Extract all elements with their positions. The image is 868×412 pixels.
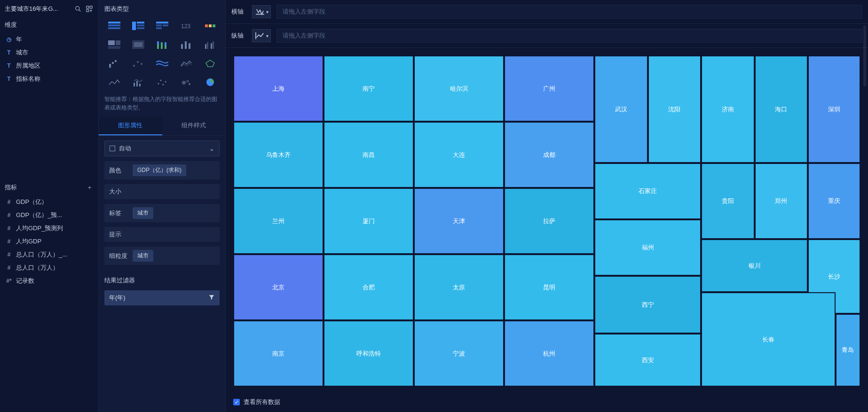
treemap-cell[interactable]: 南宁: [324, 55, 414, 122]
treemap-cell[interactable]: 西安: [594, 334, 701, 387]
treemap-cell[interactable]: 沈阳: [648, 55, 701, 163]
chart-stream[interactable]: [152, 56, 172, 70]
treemap-cell[interactable]: 深圳: [808, 55, 860, 163]
meas-pop-pred[interactable]: #总人口（万人）_...: [0, 248, 98, 261]
chart-radar[interactable]: [200, 56, 220, 70]
prop-label[interactable]: 标签 城市: [104, 204, 220, 222]
chart-kpi[interactable]: 123: [176, 19, 196, 33]
treemap-cell[interactable]: 拉萨: [504, 188, 594, 254]
chart-bar-compare[interactable]: [200, 38, 220, 52]
y-axis-type-button[interactable]: ▾: [252, 29, 271, 42]
svg-rect-10: [137, 27, 144, 29]
treemap-cell[interactable]: 福州: [594, 219, 701, 276]
filter-year-chip[interactable]: 年(年): [104, 290, 220, 305]
treemap-cell[interactable]: 海口: [755, 55, 808, 163]
treemap-cell[interactable]: 宁波: [414, 320, 504, 387]
text-icon: T: [6, 62, 12, 69]
treemap-cell[interactable]: 天津: [414, 188, 504, 254]
prop-tooltip[interactable]: 提示: [104, 227, 220, 242]
tab-component-style[interactable]: 组件样式: [162, 117, 226, 135]
treemap-cell[interactable]: 贵阳: [701, 163, 754, 239]
prop-size[interactable]: 大小: [104, 184, 220, 199]
chart-stacked-bar[interactable]: [152, 38, 172, 52]
x-axis-type-button[interactable]: ▾: [252, 5, 271, 18]
dim-region[interactable]: T所属地区: [0, 59, 98, 72]
treemap-cell[interactable]: 北京: [233, 254, 324, 320]
text-icon: T: [6, 76, 12, 82]
tab-graph-props[interactable]: 图形属性: [99, 117, 162, 135]
treemap-cell[interactable]: 上海: [233, 55, 324, 122]
treemap-cell[interactable]: 长春: [701, 292, 835, 387]
treemap-cell[interactable]: 青岛: [836, 314, 860, 387]
treemap-cell[interactable]: 南京: [233, 320, 324, 387]
treemap-cell[interactable]: 武汉: [594, 55, 647, 163]
dataset-switch-icon[interactable]: [85, 5, 94, 13]
meas-pop[interactable]: #总人口（万人）: [0, 261, 98, 274]
treemap-cell[interactable]: 呼和浩特: [324, 320, 414, 387]
dim-city[interactable]: T城市: [0, 46, 98, 59]
svg-rect-16: [205, 24, 208, 27]
y-axis-dropzone[interactable]: 请拖入左侧字段: [276, 29, 862, 43]
treemap-cell[interactable]: 太原: [414, 254, 504, 320]
color-field-chip[interactable]: GDP（亿）(求和): [133, 164, 186, 176]
svg-rect-11: [156, 22, 168, 23]
chart-pie[interactable]: [200, 75, 220, 89]
treemap-cell[interactable]: 杭州: [504, 320, 594, 387]
prop-color[interactable]: 颜色 GDP（亿）(求和): [104, 161, 220, 179]
shape-select[interactable]: 自动 ⌄: [104, 140, 220, 156]
add-measure-icon[interactable]: ＋: [85, 183, 94, 192]
treemap-cell[interactable]: 合肥: [324, 254, 414, 320]
treemap-cell[interactable]: 哈尔滨: [414, 55, 504, 122]
prop-fine[interactable]: 细粒度 城市: [104, 247, 220, 265]
chart-gauge[interactable]: [200, 19, 220, 33]
chart-bar-line[interactable]: [128, 75, 148, 89]
treemap-cell[interactable]: 济南: [701, 55, 754, 163]
treemap-cell[interactable]: 大连: [414, 122, 504, 188]
treemap-cell[interactable]: 广州: [504, 55, 594, 122]
hash-icon: #: [6, 238, 12, 245]
treemap-cell[interactable]: 厦门: [324, 188, 414, 254]
treemap-cell[interactable]: 兰州: [233, 188, 324, 254]
chart-detail-table[interactable]: [152, 19, 172, 33]
datasource-header: 主要城市16年来G...: [0, 3, 98, 17]
dimensions-title: 维度: [5, 21, 17, 29]
treemap-cell[interactable]: 郑州: [755, 163, 808, 239]
datasource-title: 主要城市16年来G...: [5, 5, 71, 13]
svg-rect-3: [87, 9, 89, 12]
treemap-cell[interactable]: 南昌: [324, 122, 414, 188]
chart-line[interactable]: [104, 75, 124, 89]
chart-bar[interactable]: [176, 38, 196, 52]
view-all-checkbox[interactable]: ✓: [233, 399, 240, 405]
dim-year[interactable]: ◷年: [0, 33, 98, 46]
treemap-cell[interactable]: 乌鲁木齐: [233, 122, 324, 188]
chart-type-title: 图表类型: [99, 0, 225, 16]
chart-group-table[interactable]: [104, 19, 124, 33]
treemap-cell[interactable]: 西宁: [594, 276, 701, 334]
treemap-cell[interactable]: 成都: [504, 122, 594, 188]
treemap-cell[interactable]: 石家庄: [594, 163, 701, 219]
x-axis-dropzone[interactable]: 请拖入左侧字段: [276, 5, 862, 19]
chart-area-line[interactable]: [176, 56, 196, 70]
chart-bubble[interactable]: [176, 75, 196, 89]
meas-count[interactable]: #*记录数: [0, 274, 98, 288]
treemap[interactable]: 上海南宁哈尔滨广州乌鲁木齐南昌大连成都兰州厦门天津拉萨北京合肥太原昆明南京呼和浩…: [233, 55, 860, 387]
meas-pcgdp[interactable]: #人均GDP: [0, 235, 98, 248]
search-icon[interactable]: [74, 5, 82, 13]
meas-gdp-pred[interactable]: #GDP（亿）_预...: [0, 209, 98, 222]
svg-rect-29: [181, 44, 183, 49]
chart-cross-table[interactable]: [128, 19, 148, 33]
dim-indicator[interactable]: T指标名称: [0, 72, 98, 86]
chart-scatter-line[interactable]: [128, 56, 148, 70]
chart-scatter[interactable]: [152, 75, 172, 89]
treemap-cell[interactable]: 银川: [701, 239, 808, 292]
chart-heatmap[interactable]: [128, 38, 148, 52]
fine-field-chip[interactable]: 城市: [133, 250, 153, 262]
treemap-cell[interactable]: 重庆: [808, 163, 860, 239]
meas-pcgdp-pred[interactable]: #人均GDP_预测列: [0, 222, 98, 235]
treemap-cell[interactable]: 昆明: [504, 254, 594, 320]
label-field-chip[interactable]: 城市: [133, 207, 153, 219]
chart-waterfall[interactable]: [104, 56, 124, 70]
chart-partition[interactable]: [104, 38, 124, 52]
meas-gdp[interactable]: #GDP（亿）: [0, 195, 98, 209]
view-all-label[interactable]: 查看所有数据: [244, 398, 280, 406]
